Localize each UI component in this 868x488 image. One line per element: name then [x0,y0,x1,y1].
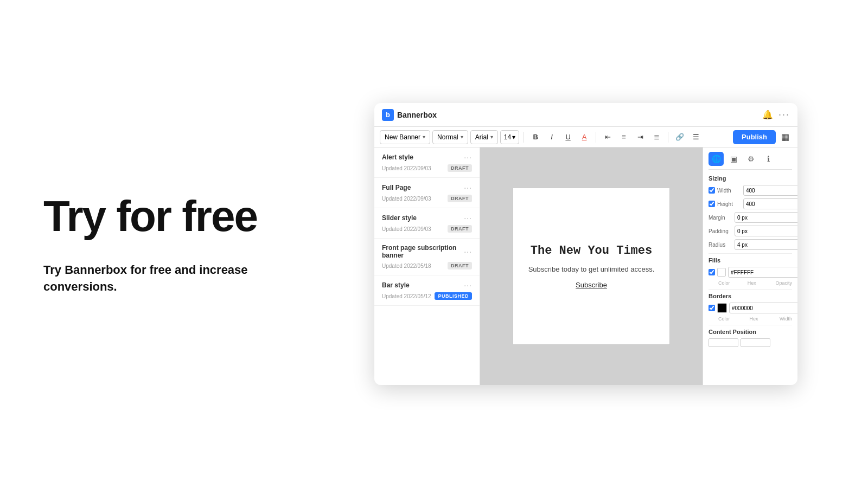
banner-item-date-0: Updated 2022/09/03 [382,165,431,171]
content-position-swatch-1 [709,338,738,347]
app-title: Bannerbox [397,111,437,119]
canvas-title: The New You Times [531,244,652,258]
new-banner-arrow: ▾ [423,134,425,140]
logo-icon: b [382,109,394,121]
banner-item-name-0: Alert style [382,153,413,161]
font-arrow: ▾ [490,134,493,140]
align-right-button[interactable]: ⇥ [633,130,647,144]
fills-labels-row: Color Hex Opacity [709,280,792,286]
separator-3 [668,132,668,143]
app-logo: b Bannerbox [382,109,437,121]
title-bar-actions: 🔔 ··· [762,109,790,120]
layout-button[interactable]: ▦ [778,130,792,144]
link-button[interactable]: 🔗 [673,130,687,144]
canvas-subtitle: Subscribe today to get unlimited access. [528,265,655,273]
banner-list-item[interactable]: Bar style ··· Updated 2022/05/12 PUBLISH… [374,275,480,306]
banner-item-more-4[interactable]: ··· [464,281,472,290]
radius-input[interactable] [735,239,797,250]
banner-item-more-2[interactable]: ··· [464,214,472,222]
props-tabs: 🌐 ▣ ⚙ ℹ [709,152,792,170]
banner-list-item[interactable]: Alert style ··· Updated 2022/09/03 DRAFT [374,147,480,178]
width-label: Width [717,188,741,194]
separator-2 [596,132,596,143]
borders-checkbox[interactable] [709,305,715,311]
normal-dropdown[interactable]: Normal ▾ [432,130,468,144]
margin-row: Margin › [709,212,792,223]
content-position-title: Content Position [709,329,792,335]
fills-hex-input[interactable] [728,267,797,278]
banner-item-name-2: Slider style [382,214,417,222]
banner-item-more-1[interactable]: ··· [464,183,472,192]
new-banner-dropdown[interactable]: New Banner ▾ [380,130,430,144]
underline-button[interactable]: U [561,130,575,144]
props-tab-settings[interactable]: ⚙ [743,152,758,166]
banner-item-date-4: Updated 2022/05/12 [382,293,431,299]
fills-checkbox[interactable] [709,269,715,275]
banner-item-date-3: Updated 2022/05/18 [382,263,431,269]
title-bar: b Bannerbox 🔔 ··· [374,103,797,127]
bell-icon[interactable]: 🔔 [762,110,773,120]
height-checkbox[interactable] [709,201,715,207]
width-row: Width px % [709,185,792,196]
canvas-subscribe-link[interactable]: Subscribe [576,281,607,289]
more-icon[interactable]: ··· [778,109,790,120]
align-left-button[interactable]: ⇤ [601,130,615,144]
publish-button[interactable]: Publish [733,130,776,144]
text-color-button[interactable]: A [577,130,591,144]
banner-canvas: The New You Times Subscribe today to get… [513,188,670,345]
banner-item-badge-2: DRAFT [448,225,472,233]
content-position-row [709,338,792,347]
width-checkbox[interactable] [709,187,715,194]
hero-title: Try for free [43,192,260,240]
height-label: Height [717,201,741,207]
align-center-button[interactable]: ≡ [617,130,631,144]
margin-input[interactable] [735,212,797,223]
list-button[interactable]: ☰ [689,130,703,144]
banner-item-badge-4: PUBLISHED [435,292,472,300]
content-position-swatch-2 [741,338,770,347]
banner-item-badge-0: DRAFT [448,164,472,172]
padding-input[interactable] [735,226,797,236]
borders-color-swatch[interactable] [717,303,727,313]
borders-row [709,303,792,313]
banner-item-date-2: Updated 2022/09/03 [382,226,431,232]
hero-subtitle: Try Bannerbox for free and increase conv… [43,262,260,296]
width-input[interactable] [743,185,797,196]
font-size-control[interactable]: 14 ▾ [500,130,519,144]
banner-item-more-0[interactable]: ··· [464,153,472,162]
banner-item-badge-3: DRAFT [448,262,472,269]
font-dropdown[interactable]: Arial ▾ [470,130,498,144]
align-justify-button[interactable]: ≣ [649,130,663,144]
fills-row [709,267,792,278]
sizing-section-title: Sizing [709,175,792,182]
divider-2 [709,289,792,290]
margin-label: Margin [709,215,732,221]
props-tab-style[interactable]: 🌐 [709,152,724,166]
separator-1 [524,132,524,143]
fills-color-label: Color [718,280,728,286]
borders-labels-row: Color Hex Width [709,316,792,322]
props-tab-info[interactable]: ℹ [761,152,776,166]
bold-button[interactable]: B [528,130,542,144]
borders-section-title: Borders [709,293,792,299]
divider-3 [709,325,792,325]
borders-hex-label: Hex [732,316,775,322]
banner-item-name-1: Full Page [382,184,411,191]
props-tab-layout[interactable]: ▣ [726,152,741,166]
app-window: b Bannerbox 🔔 ··· New Banner ▾ Normal ▾ … [374,103,797,385]
italic-button[interactable]: I [545,130,559,144]
banner-list-item[interactable]: Full Page ··· Updated 2022/09/03 DRAFT [374,178,480,208]
banner-list-item[interactable]: Front page subscription banner ··· Updat… [374,239,480,275]
height-row: Height px % [709,198,792,209]
banner-list-item[interactable]: Slider style ··· Updated 2022/09/03 DRAF… [374,208,480,239]
radius-row: Radius › [709,239,792,250]
font-size-arrow: ▾ [512,133,515,141]
left-panel: Try for free Try Bannerbox for free and … [0,160,304,328]
height-input[interactable] [743,198,797,209]
banner-item-more-3[interactable]: ··· [464,247,472,256]
borders-hex-input[interactable] [729,303,797,313]
main-content: Alert style ··· Updated 2022/09/03 DRAFT… [374,147,797,385]
fills-color-swatch[interactable] [717,268,726,277]
right-panel: b Bannerbox 🔔 ··· New Banner ▾ Normal ▾ … [304,103,868,385]
banner-list: Alert style ··· Updated 2022/09/03 DRAFT… [374,147,480,385]
